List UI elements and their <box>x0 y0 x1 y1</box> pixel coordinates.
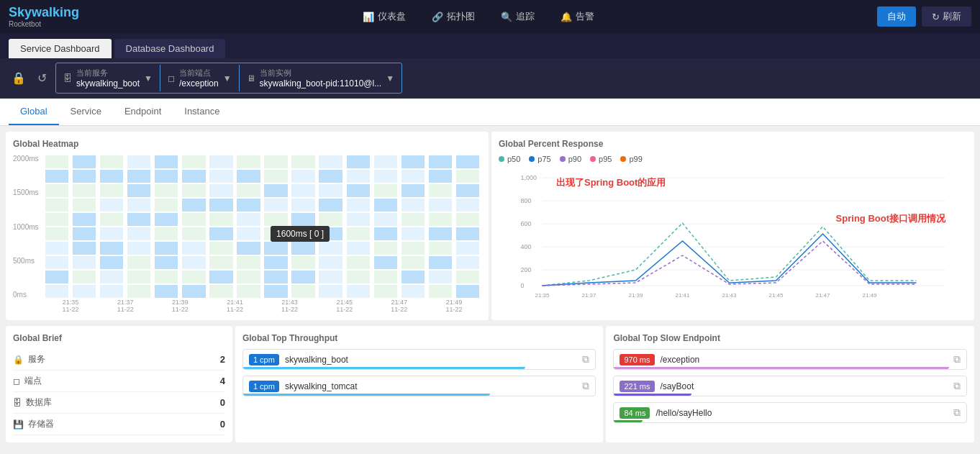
legend-label-4: p99 <box>629 155 642 163</box>
legend-item-0: p50 <box>499 155 520 163</box>
tab-endpoint-label: Endpoint <box>124 106 161 117</box>
brief-database-left: 🗄 数据库 <box>13 396 52 409</box>
refresh-icon: ↻ <box>932 12 940 22</box>
tab-global-label: Global <box>20 106 47 117</box>
legend-dot-1 <box>529 156 535 162</box>
heatmap-cell-15-2 <box>456 184 479 197</box>
heatmap-cell-0-2 <box>45 184 68 197</box>
legend-dot-4 <box>620 156 626 162</box>
heatmap-cell-13-8 <box>401 271 425 283</box>
heatmap-cell-6-5 <box>209 227 232 240</box>
heatmap-cell-0-8 <box>45 271 68 283</box>
heatmap-cell-11-1 <box>347 170 370 183</box>
heatmap-cell-14-8 <box>429 271 452 283</box>
nav-trace[interactable]: 🔍 追踪 <box>491 6 545 27</box>
heatmap-cell-15-8 <box>456 271 479 283</box>
auto-button[interactable]: 自动 <box>877 6 916 27</box>
dashboard-icon: 📊 <box>363 12 374 22</box>
heatmap-col-7 <box>235 155 262 299</box>
heatmap-title: Global Heatmap <box>13 139 481 149</box>
heatmap-x-label-6: 21:4711-22 <box>391 299 407 313</box>
heatmap-cell-10-8 <box>319 271 342 283</box>
service-dashboard-label: Service Dashboard <box>20 43 100 54</box>
heatmap-cell-10-3 <box>319 199 342 212</box>
heatmap-cell-3-7 <box>127 256 150 269</box>
heatmap-cell-12-3 <box>374 199 397 212</box>
logo-area: Skywalking Rocketbot <box>9 5 79 28</box>
heatmap-cell-13-3 <box>401 199 425 212</box>
heatmap-cell-13-9 <box>401 285 425 298</box>
heatmap-cell-1-8 <box>73 271 96 283</box>
heatmap-cell-12-5 <box>374 227 397 240</box>
heatmap-cell-1-7 <box>73 256 96 269</box>
heatmap-cell-5-9 <box>182 285 205 298</box>
heatmap-cell-0-6 <box>45 242 68 255</box>
heatmap-cell-9-6 <box>291 242 314 255</box>
heatmap-cell-2-0 <box>100 155 123 168</box>
throughput-item-0: 1 cpm skywalking_boot ⧉ <box>242 349 596 370</box>
heatmap-cell-13-0 <box>401 155 425 168</box>
heatmap-cell-14-3 <box>429 199 452 212</box>
instance-selector[interactable]: 🖥 当前实例 skywalking_boot-pid:11010@l... ▼ <box>240 65 402 91</box>
brief-database-count: 0 <box>220 397 225 408</box>
legend-label-1: p75 <box>537 155 550 163</box>
brief-storage-left: 💾 存储器 <box>13 418 54 430</box>
tab-endpoint[interactable]: Endpoint <box>113 99 173 125</box>
endpoint-copy-icon-2[interactable]: ⧉ <box>953 407 961 419</box>
tab-database-dashboard[interactable]: Database Dashboard <box>114 39 226 58</box>
brief-service-left: 🔒 服务 <box>13 353 45 366</box>
nav-dashboard[interactable]: 📊 仪表盘 <box>353 6 416 27</box>
reset-icon[interactable]: ↺ <box>35 68 50 88</box>
heatmap-cell-1-3 <box>73 199 96 212</box>
slow-endpoint-title: Global Top Slow Endpoint <box>613 333 967 343</box>
heatmap-x-labels: 21:3511-2221:3711-2221:3911-2221:4111-22… <box>43 299 481 313</box>
tab-instance[interactable]: Instance <box>173 99 231 125</box>
tab-service[interactable]: Service <box>59 99 113 125</box>
dashboard-tabs: Service Dashboard Database Dashboard <box>0 33 980 58</box>
svg-text:11-22: 11-22 <box>862 298 877 299</box>
heatmap-cell-15-0 <box>456 155 479 168</box>
svg-text:200: 200 <box>521 266 532 273</box>
heatmap-cell-15-5 <box>456 227 479 240</box>
svg-text:600: 600 <box>521 220 532 227</box>
service-selector-icon: 🗄 <box>63 73 72 83</box>
heatmap-cell-7-0 <box>237 155 260 168</box>
nav-topology[interactable]: 🔗 拓扑图 <box>422 6 485 27</box>
copy-icon-1[interactable]: ⧉ <box>582 380 589 392</box>
heatmap-cell-7-9 <box>237 285 260 298</box>
y-label-0: 2000ms <box>13 155 42 163</box>
heatmap-cell-1-0 <box>73 155 96 168</box>
legend-item-4: p99 <box>620 155 642 163</box>
heatmap-cell-12-0 <box>374 155 397 168</box>
content-tabs: Global Service Endpoint Instance <box>0 99 980 126</box>
endpoint-bar-0 <box>614 367 948 369</box>
service-selector[interactable]: 🗄 当前服务 skywalking_boot ▼ <box>56 65 160 91</box>
heatmap-cell-14-2 <box>429 184 452 197</box>
brief-item-endpoint: ◻ 端点 4 <box>13 371 225 392</box>
heatmap-cell-1-2 <box>73 184 96 197</box>
tab-service-dashboard[interactable]: Service Dashboard <box>9 39 112 58</box>
heatmap-cell-1-5 <box>73 227 96 240</box>
heatmap-cell-12-7 <box>374 256 397 269</box>
heatmap-col-5 <box>180 155 207 299</box>
heatmap-cell-4-0 <box>155 155 178 168</box>
endpoint-name-0: /exception <box>661 355 948 365</box>
refresh-button[interactable]: ↻ 刷新 <box>922 6 971 27</box>
nav-alert[interactable]: 🔔 告警 <box>550 6 604 27</box>
heatmap-cell-7-2 <box>237 184 260 197</box>
throughput-name-1: skywalking_tomcat <box>285 381 577 391</box>
heatmap-cell-4-4 <box>155 213 178 226</box>
heatmap-cell-5-2 <box>182 184 205 197</box>
lock-icon: 🔒 <box>9 68 29 88</box>
endpoint-copy-icon-1[interactable]: ⧉ <box>953 380 961 392</box>
tab-global[interactable]: Global <box>9 99 59 125</box>
copy-icon-0[interactable]: ⧉ <box>582 353 589 366</box>
alert-icon: 🔔 <box>561 12 572 22</box>
brief-item-storage: 💾 存储器 0 <box>13 414 225 435</box>
endpoint-selector[interactable]: ◻ 当前端点 /exception ▼ <box>160 65 240 91</box>
endpoint-copy-icon-0[interactable]: ⧉ <box>953 353 961 366</box>
heatmap-cell-3-0 <box>127 155 150 168</box>
heatmap-y-labels: 2000ms 1500ms 1000ms 500ms 0ms <box>13 155 42 299</box>
heatmap-cell-15-6 <box>456 242 479 255</box>
brief-panel: Global Brief 🔒 服务 2 ◻ 端点 4 🗄 数据库 <box>6 326 232 442</box>
